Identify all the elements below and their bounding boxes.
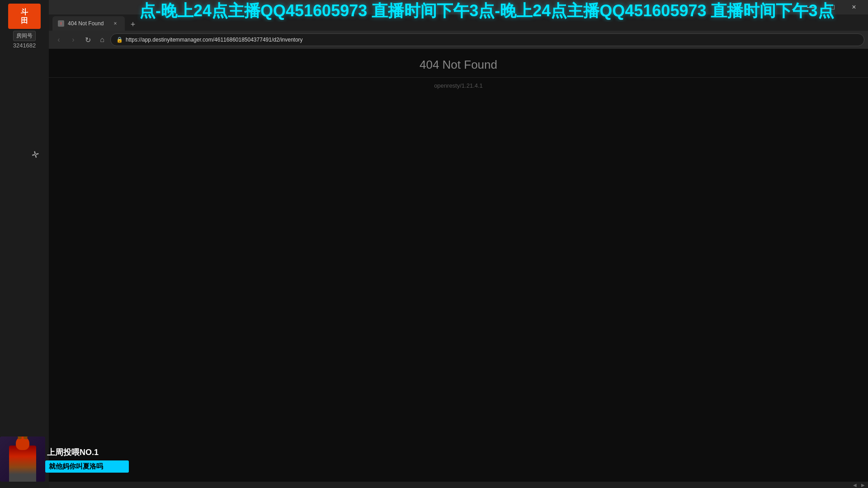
home-button[interactable]: ⌂ bbox=[96, 33, 108, 46]
new-tab-button[interactable]: + bbox=[127, 18, 139, 31]
scroll-bar: ◀ ▶ bbox=[49, 482, 868, 488]
window-controls: — □ × bbox=[800, 0, 864, 14]
active-tab[interactable]: ! 404 Not Found × bbox=[52, 16, 125, 31]
server-info: openresty/1.21.4.1 bbox=[434, 82, 483, 89]
title-bar: — □ × bbox=[49, 0, 868, 14]
platform-logo: 斗 田 bbox=[8, 4, 41, 29]
back-button[interactable]: ‹ bbox=[52, 33, 65, 46]
address-bar[interactable]: 🔒 https://app.destinyitemmanager.com/461… bbox=[110, 33, 864, 46]
room-label: 房间号 bbox=[13, 31, 36, 41]
nav-bar: ‹ › ↻ ⌂ 🔒 https://app.destinyitemmanager… bbox=[49, 31, 868, 49]
browser-window: — □ × ! 404 Not Found × + ‹ › ↻ ⌂ 🔒 http… bbox=[49, 0, 868, 488]
stream-sidebar: 斗 田 房间号 3241682 bbox=[0, 0, 49, 488]
error-page-content: 404 Not Found openresty/1.21.4.1 bbox=[49, 49, 868, 482]
error-heading: 404 Not Found bbox=[420, 58, 497, 72]
minimize-button[interactable]: — bbox=[800, 0, 821, 14]
tab-bar: ! 404 Not Found × + bbox=[49, 14, 868, 31]
tab-favicon: ! bbox=[58, 20, 64, 27]
room-number: 3241682 bbox=[13, 42, 36, 49]
maximize-button[interactable]: □ bbox=[822, 0, 843, 14]
tab-title: 404 Not Found bbox=[68, 20, 108, 27]
scroll-left[interactable]: ◀ bbox=[852, 482, 858, 488]
scroll-right[interactable]: ▶ bbox=[860, 482, 866, 488]
divider bbox=[49, 77, 868, 78]
security-icon: 🔒 bbox=[116, 37, 123, 43]
url-text: https://app.destinyitemmanager.com/46116… bbox=[126, 37, 303, 43]
close-button[interactable]: × bbox=[844, 0, 864, 14]
reload-button[interactable]: ↻ bbox=[81, 33, 94, 46]
forward-button[interactable]: › bbox=[67, 33, 80, 46]
tab-close-button[interactable]: × bbox=[111, 19, 119, 28]
